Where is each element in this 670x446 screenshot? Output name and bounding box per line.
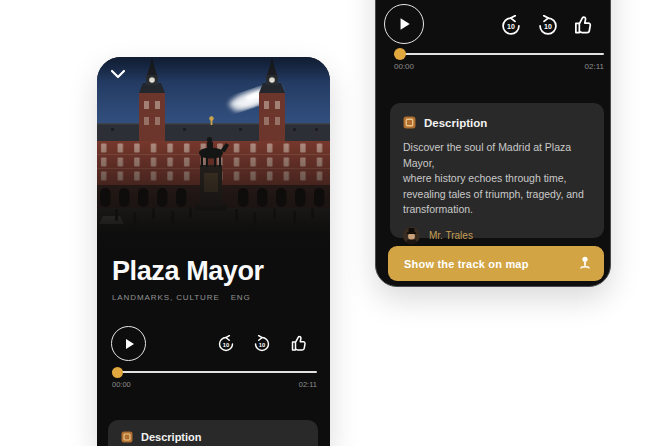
category-list: LANDMARKS, CULTURE bbox=[112, 293, 220, 302]
description-icon bbox=[121, 431, 133, 443]
plaza-mayor-photo bbox=[97, 57, 330, 257]
elapsed-time: 00:00 bbox=[112, 380, 131, 389]
description-heading: Description bbox=[141, 431, 202, 443]
progress-bar[interactable] bbox=[112, 365, 317, 379]
thumbs-up-icon bbox=[573, 13, 596, 36]
author-avatar bbox=[403, 227, 420, 244]
duration-time: 02:11 bbox=[585, 62, 604, 71]
map-person-pin-icon bbox=[578, 256, 592, 270]
forward-10-button[interactable]: 10 bbox=[253, 335, 271, 353]
author-row: Mr. Trales bbox=[403, 227, 591, 244]
play-button[interactable] bbox=[111, 326, 146, 361]
svg-text:10: 10 bbox=[544, 23, 552, 30]
left-phone: Plaza Mayor LANDMARKS, CULTURE ENG 10 10 bbox=[97, 57, 330, 446]
time-row: 00:00 02:11 bbox=[112, 380, 317, 389]
svg-text:10: 10 bbox=[507, 23, 515, 30]
progress-track bbox=[394, 53, 604, 55]
description-card: Description Discover the soul of Madrid … bbox=[390, 103, 604, 238]
svg-text:10: 10 bbox=[223, 342, 229, 348]
page-title: Plaza Mayor bbox=[112, 256, 264, 287]
progress-bar[interactable] bbox=[394, 47, 604, 61]
like-button[interactable] bbox=[290, 333, 310, 353]
category-row: LANDMARKS, CULTURE ENG bbox=[112, 293, 251, 302]
right-phone: 10 10 00:00 02:11 bbox=[375, 0, 611, 287]
description-card: Description bbox=[108, 420, 318, 446]
author-name: Mr. Trales bbox=[429, 230, 473, 241]
progress-thumb[interactable] bbox=[112, 367, 123, 378]
play-icon bbox=[122, 337, 136, 351]
description-icon bbox=[403, 116, 416, 129]
description-body: Discover the soul of Madrid at Plaza May… bbox=[403, 140, 591, 218]
rewind-10-icon: 10 bbox=[217, 335, 235, 353]
rewind-10-button[interactable]: 10 bbox=[217, 335, 235, 353]
elapsed-time: 00:00 bbox=[394, 62, 414, 71]
like-button[interactable] bbox=[573, 13, 596, 36]
rewind-10-button[interactable]: 10 bbox=[500, 15, 522, 37]
play-button[interactable] bbox=[384, 4, 424, 44]
chevron-down-icon bbox=[108, 67, 128, 83]
forward-10-button[interactable]: 10 bbox=[537, 15, 559, 37]
rewind-10-icon: 10 bbox=[500, 15, 522, 37]
duration-time: 02:11 bbox=[299, 380, 317, 389]
description-heading: Description bbox=[424, 117, 487, 129]
language-label: ENG bbox=[231, 293, 251, 302]
play-icon bbox=[396, 16, 412, 32]
progress-thumb[interactable] bbox=[394, 48, 406, 60]
forward-10-icon: 10 bbox=[537, 15, 559, 37]
thumbs-up-icon bbox=[290, 333, 310, 353]
screenshot-canvas: Plaza Mayor LANDMARKS, CULTURE ENG 10 10 bbox=[0, 0, 670, 446]
progress-track bbox=[112, 371, 317, 373]
svg-text:10: 10 bbox=[259, 342, 265, 348]
collapse-button[interactable] bbox=[108, 67, 128, 83]
time-row: 00:00 02:11 bbox=[394, 62, 604, 71]
map-button-label: Show the track on map bbox=[404, 258, 529, 270]
show-track-on-map-button[interactable]: Show the track on map bbox=[388, 246, 604, 281]
forward-10-icon: 10 bbox=[253, 335, 271, 353]
